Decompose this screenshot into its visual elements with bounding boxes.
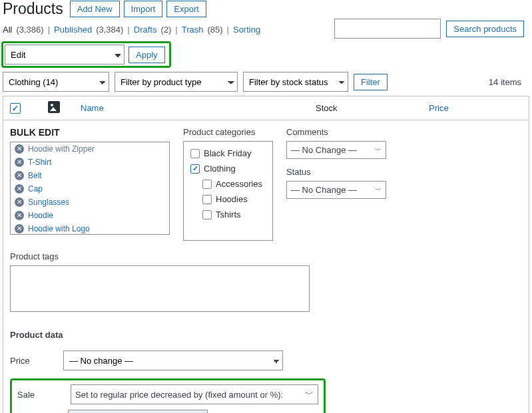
remove-icon[interactable]: ✕ (15, 211, 24, 220)
category-item[interactable]: Hoodies (184, 192, 272, 207)
import-button[interactable]: Import (124, 1, 163, 17)
view-published-count: (3,384) (96, 25, 123, 35)
list-item: ✕Hoodie with Logo (11, 222, 169, 235)
export-button[interactable]: Export (166, 1, 206, 17)
list-item: ✕T-Shirt (11, 156, 169, 169)
categories-label: Product categories (183, 127, 273, 137)
status-select[interactable]: — No Change —﹀ (286, 181, 386, 199)
category-list[interactable]: Black Friday Clothing Accessories Hoodie… (183, 141, 273, 241)
search-button[interactable]: Search products (446, 21, 524, 37)
list-item: ✕Belt (11, 169, 169, 182)
view-all-count: (3,386) (16, 25, 43, 35)
remove-icon[interactable]: ✕ (15, 224, 24, 233)
image-column-icon (48, 101, 60, 113)
product-tags-input[interactable] (10, 265, 310, 312)
comments-label: Comments (286, 127, 386, 137)
category-item[interactable]: Tshirts (184, 207, 272, 222)
checkbox-icon[interactable] (202, 195, 212, 204)
view-sorting[interactable]: Sorting (233, 25, 260, 35)
item-count: 14 items (489, 77, 529, 87)
select-all-checkbox[interactable] (10, 103, 21, 114)
add-new-button[interactable]: Add New (70, 1, 120, 17)
sale-label: Sale (17, 390, 57, 400)
category-filter[interactable]: Clothing (14) (3, 72, 109, 92)
view-published[interactable]: Published (54, 25, 92, 35)
category-item[interactable]: Clothing (184, 161, 272, 176)
list-item: ✕Sunglasses (11, 196, 169, 209)
list-item: ✕Hoodie with Zipper (11, 142, 169, 156)
comments-select[interactable]: — No Change —﹀ (286, 141, 386, 159)
bulk-action-select[interactable]: Edit (5, 45, 125, 65)
filter-button[interactable]: Filter (354, 74, 388, 90)
view-drafts[interactable]: Drafts (134, 25, 157, 35)
search-input[interactable] (334, 19, 441, 39)
chevron-down-icon: ﹀ (375, 146, 382, 155)
column-name[interactable]: Name (81, 103, 316, 113)
product-data-title: Product data (10, 330, 522, 340)
product-type-filter[interactable]: Filter by product type (115, 72, 238, 92)
checkbox-icon[interactable] (190, 164, 200, 174)
status-label: Status (286, 167, 386, 177)
column-price[interactable]: Price (429, 103, 529, 113)
category-item[interactable]: Accessories (184, 176, 272, 192)
remove-icon[interactable]: ✕ (15, 144, 24, 154)
checkbox-icon[interactable] (190, 149, 200, 158)
bulk-edit-title: BULK EDIT (10, 127, 170, 138)
highlight-bulk-action: Edit Apply (1, 41, 171, 68)
product-tags-label: Product tags (10, 251, 522, 261)
checkbox-icon[interactable] (202, 180, 212, 189)
chevron-down-icon: ﹀ (375, 186, 382, 195)
list-item: ✕Cap (11, 182, 169, 196)
stock-status-filter[interactable]: Filter by stock status (243, 72, 348, 92)
chevron-down-icon: ﹀ (305, 388, 314, 400)
remove-icon[interactable]: ✕ (15, 184, 24, 194)
column-stock[interactable]: Stock (316, 103, 429, 113)
table-header: Name Stock Price (3, 96, 529, 120)
view-trash[interactable]: Trash (182, 25, 204, 35)
sale-select[interactable]: Set to regular price decreased by (fixed… (71, 384, 318, 404)
remove-icon[interactable]: ✕ (15, 198, 24, 207)
price-label: Price (10, 356, 50, 366)
price-select[interactable]: — No change — (63, 350, 283, 370)
bulk-products-list[interactable]: ✕Hoodie with Zipper ✕T-Shirt ✕Belt ✕Cap … (10, 142, 170, 235)
highlight-sale-row: Sale Set to regular price decreased by (… (10, 378, 326, 413)
remove-icon[interactable]: ✕ (15, 158, 24, 167)
category-item[interactable]: Black Friday (184, 146, 272, 161)
remove-icon[interactable]: ✕ (15, 171, 24, 180)
list-item: ✕Hoodie (11, 209, 169, 222)
apply-button[interactable]: Apply (129, 47, 165, 63)
page-title: Products (3, 0, 63, 18)
view-trash-count: (85) (207, 25, 222, 35)
checkbox-icon[interactable] (202, 210, 212, 219)
view-all[interactable]: All (3, 25, 12, 35)
view-drafts-count: (2) (160, 25, 171, 35)
sale-value-input[interactable] (68, 410, 208, 413)
